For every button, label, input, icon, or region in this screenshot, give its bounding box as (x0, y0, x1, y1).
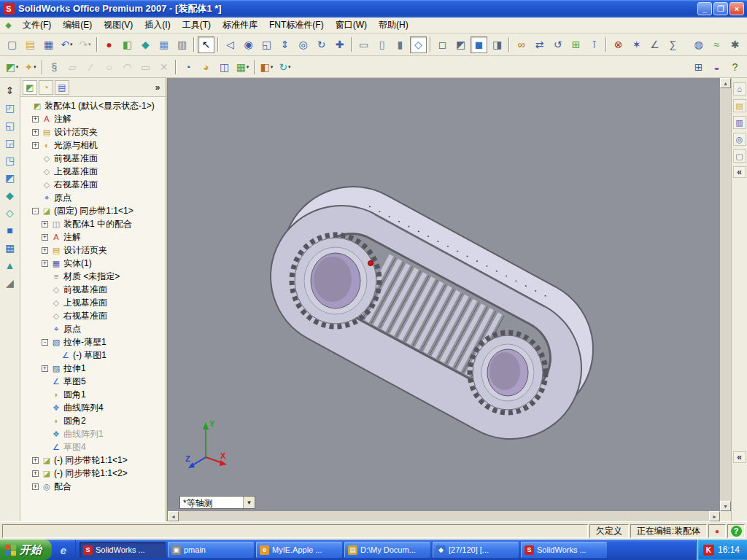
tree-item[interactable]: -▧拉伸-薄壁1 (20, 335, 166, 349)
tree-item[interactable]: +◪(-) 同步带轮1:1<1> (20, 454, 166, 467)
dropdown-caret-icon[interactable]: ▾ (247, 64, 249, 70)
tree-item[interactable]: ∠草图4 (20, 440, 166, 454)
tree-item[interactable]: ❖曲线阵列1 (20, 427, 166, 440)
circle-button[interactable]: ○ (101, 58, 117, 75)
scroll-left-icon[interactable]: ◄ (168, 511, 179, 521)
insert-component-side-button[interactable]: ◰ (2, 100, 18, 115)
record-macro-button[interactable]: ● (101, 36, 117, 53)
rotate-component-button[interactable]: ↺ (549, 36, 566, 53)
exploded-view-button[interactable]: ✶ (628, 36, 645, 53)
expand-icon[interactable]: + (32, 457, 39, 464)
trim-entities-button[interactable]: ✕ (155, 58, 172, 75)
viewport[interactable]: Y X Z *等轴测 ▼ ▲ ▼ ◄ ► (168, 78, 731, 521)
tree-item[interactable]: ◇右视基准面 (20, 309, 166, 322)
configurationmanager-tab[interactable]: ▤ (55, 80, 69, 95)
tree-item[interactable]: ◇右视基准面 (20, 178, 166, 191)
arc-button[interactable]: ◠ (119, 58, 136, 75)
edit-part-button[interactable]: ◲ (2, 135, 18, 150)
section-side-button[interactable]: ◢ (2, 275, 18, 290)
tree-item[interactable]: ◇前视基准面 (20, 283, 166, 296)
interference-detection-button[interactable]: ⊗ (610, 36, 627, 53)
menu-item[interactable]: 视图(V) (98, 18, 139, 33)
tree-item[interactable]: ≡材质 <未指定> (20, 270, 166, 283)
scroll-down-icon[interactable]: ▼ (720, 501, 731, 511)
rebuild-button[interactable]: ◆ (137, 36, 154, 53)
menu-item[interactable]: 窗口(W) (330, 18, 373, 33)
dropdown-caret-icon[interactable]: ▾ (88, 42, 91, 47)
pushpin-button[interactable]: ⇕ (2, 82, 18, 98)
mirror-entities-button[interactable]: ◫ (216, 58, 233, 75)
taskbar-button[interactable]: ▣pmain (168, 542, 254, 558)
expand-icon[interactable]: + (32, 470, 39, 477)
hscroll-track[interactable] (179, 511, 709, 521)
tree-item[interactable]: +A注解 (20, 112, 166, 125)
rotate-component-side-button[interactable]: ◇ (2, 205, 18, 220)
document-preview-button[interactable]: ▢ (733, 149, 746, 163)
model-canvas[interactable] (168, 78, 720, 511)
tree-item[interactable]: ❖曲线阵列4 (20, 401, 166, 414)
taskbar-button[interactable]: ▤D:\My Docum... (344, 542, 430, 558)
expand-icon[interactable]: + (32, 129, 39, 136)
expand-icon[interactable]: + (42, 365, 48, 372)
tree-item[interactable]: +◎配合 (20, 480, 166, 493)
tree-item[interactable]: +◫装配体1 中的配合 (20, 217, 166, 230)
scroll-right-icon[interactable]: ► (709, 511, 720, 521)
tray-k-icon[interactable]: K (703, 545, 714, 556)
expand-icon[interactable]: + (42, 221, 48, 228)
exploded-view-side-button[interactable]: ▲ (2, 257, 18, 273)
sketch-button[interactable]: ▱ (64, 58, 81, 75)
make-assembly-button[interactable]: ◱ (2, 117, 18, 133)
view-top-button[interactable]: ▯ (374, 36, 390, 53)
minimize-button[interactable]: _ (697, 2, 712, 15)
line-button[interactable]: ∕ (82, 58, 99, 75)
tree-item[interactable]: ◗圆角1 (20, 388, 166, 401)
move-component-button[interactable]: ⇄ (531, 36, 548, 53)
smart-fasteners-button[interactable]: ⊺ (586, 36, 603, 53)
tree-item[interactable]: ⌖原点 (20, 322, 166, 335)
tree-item[interactable]: -◪(固定) 同步带1:1<1> (20, 204, 166, 217)
offset-entities-button[interactable]: ◕ (198, 58, 214, 75)
file-explorer-button[interactable]: ▥ (733, 116, 746, 129)
collapse-icon[interactable]: - (42, 339, 48, 346)
taskbar-button[interactable]: SSolidWorks ... (521, 542, 607, 558)
redo-button[interactable]: ↷▾ (77, 36, 93, 53)
panel-expand-chevron[interactable]: » (152, 82, 163, 93)
menu-item[interactable]: 插入(I) (139, 18, 176, 33)
expand-icon[interactable]: + (42, 247, 48, 254)
photoworks-button[interactable]: ◒ (708, 58, 725, 75)
smart-tools-button[interactable]: ✦▾ (22, 58, 39, 75)
appearance-button[interactable]: ◧▾ (258, 58, 275, 75)
zoom-to-area-button[interactable]: ◱ (258, 36, 275, 53)
zoom-previous-button[interactable]: ◁ (222, 36, 239, 53)
hidden-lines-visible-button[interactable]: ◩ (452, 36, 469, 53)
menu-item[interactable]: FNT标准件(F) (263, 18, 330, 33)
insert-components-button[interactable]: ⊞ (568, 36, 584, 53)
section-view-button[interactable]: ◨ (489, 36, 506, 53)
start-button[interactable]: 开始 (0, 540, 52, 560)
collapse-pane-chevron[interactable]: « (733, 166, 746, 178)
zoom-to-fit-button[interactable]: ◉ (240, 36, 257, 53)
taskbar-button[interactable]: ◆[27/120] [... (433, 542, 519, 558)
new-document-button[interactable]: ▢ (4, 36, 20, 53)
save-button[interactable]: ▦ (40, 36, 57, 53)
propertymanager-tab[interactable]: ◔ (39, 80, 53, 95)
tree-item[interactable]: ◇上视基准面 (20, 296, 166, 309)
insert-component-button[interactable]: ◩▾ (4, 58, 20, 75)
mate-side-button[interactable]: ■ (2, 222, 18, 238)
dropdown-caret-icon[interactable]: ▾ (16, 64, 19, 70)
design-table-button[interactable]: ▦ (155, 36, 172, 53)
shaded-with-edges-button[interactable]: ◼ (471, 36, 487, 53)
measure-button[interactable]: ∠ (646, 36, 663, 53)
edrawings-publish-button[interactable]: ◍ (690, 36, 707, 53)
close-button[interactable]: × (729, 2, 744, 15)
help-button[interactable]: ? (727, 58, 743, 75)
collapse-icon[interactable]: - (32, 208, 39, 214)
expand-icon[interactable]: + (32, 116, 39, 122)
standard-views-button[interactable]: ↻▾ (276, 58, 293, 75)
tree-item[interactable]: ∠草图5 (20, 375, 166, 388)
component-pattern-button[interactable]: ▦ (2, 240, 18, 255)
design-library-button[interactable]: ▤ (733, 99, 746, 112)
menu-item[interactable]: 文件(F) (17, 18, 57, 33)
rectangle-button[interactable]: ▭ (137, 58, 154, 75)
taskbar-button[interactable]: eMyIE.Apple ... (256, 542, 342, 558)
